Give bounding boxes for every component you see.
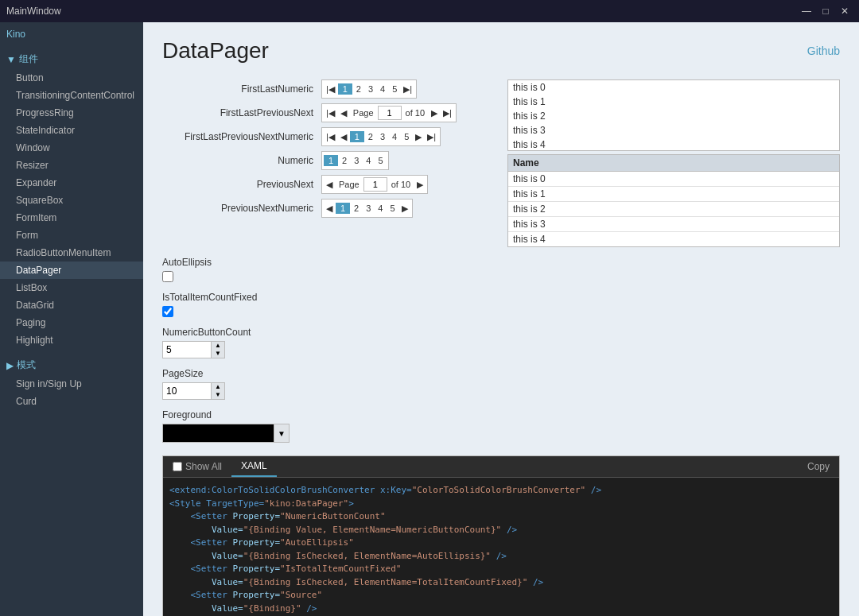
show-all-checkbox[interactable] (173, 462, 182, 471)
page-size-row: ▲ ▼ (162, 382, 840, 400)
close-button[interactable]: ✕ (837, 5, 853, 17)
sidebar-item-expander[interactable]: Expander (0, 174, 143, 192)
code-tabs: Show All XAML Copy (163, 456, 839, 478)
pager-active-page6[interactable]: 1 (336, 203, 350, 214)
code-line: <extend:ColorToSolidColorBrushConverter … (169, 484, 833, 498)
list-box[interactable]: this is 0 this is 1 this is 2 this is 3 … (507, 79, 840, 151)
components-section-header[interactable]: ▼ 组件 (0, 49, 143, 69)
pager-last-btn2[interactable]: ▶| (441, 105, 454, 121)
sidebar-item-window[interactable]: Window (0, 139, 143, 157)
code-line: <Setter Property="IsTotalItemCountFixed" (169, 563, 833, 576)
data-grid-row[interactable]: this is 0 (508, 172, 839, 187)
is-total-label: IsTotalItemCountFixed (162, 292, 840, 303)
pager-last-btn3[interactable]: ▶| (425, 129, 438, 145)
sidebar-item-form[interactable]: Form (0, 227, 143, 244)
page-size-input-group: ▲ ▼ (162, 382, 225, 400)
pager-num4-4[interactable]: 4 (363, 155, 374, 166)
copy-button[interactable]: Copy (798, 458, 839, 475)
pager-num3-3[interactable]: 3 (377, 131, 388, 142)
pager-num3-5[interactable]: 5 (401, 131, 412, 142)
sidebar-item-datapager[interactable]: DataPager (0, 262, 143, 279)
pager-first-btn2[interactable]: |◀ (324, 105, 337, 121)
pager-page-input5[interactable] (363, 177, 387, 192)
page-size-input[interactable] (163, 383, 211, 399)
sidebar-item-stateindicator[interactable]: StateIndicator (0, 122, 143, 139)
pager-num4-5[interactable]: 5 (375, 155, 386, 166)
pager-prev-btn3[interactable]: ◀ (338, 129, 349, 145)
page-size-decrement[interactable]: ▼ (212, 391, 224, 399)
pager-active-page4[interactable]: 1 (324, 155, 338, 166)
sidebar-item-squarebox[interactable]: SquareBox (0, 192, 143, 209)
kino-section-header[interactable]: Kino (0, 25, 143, 43)
xaml-tab[interactable]: XAML (231, 456, 277, 477)
data-grid-row[interactable]: this is 4 (508, 232, 839, 246)
code-line: <Setter Property="NumericButtonCount" (169, 510, 833, 524)
modes-section-header[interactable]: ▶ 模式 (0, 355, 143, 375)
pager-num3-2[interactable]: 2 (365, 131, 376, 142)
pager-control-numeric: 1 2 3 4 5 (321, 151, 389, 170)
numeric-button-count-input[interactable] (163, 342, 211, 358)
pager-num4-3[interactable]: 3 (351, 155, 362, 166)
sidebar-item-resizer[interactable]: Resizer (0, 157, 143, 174)
pager-first-btn[interactable]: |◀ (324, 81, 337, 97)
pager-num6-4[interactable]: 4 (375, 203, 386, 214)
is-total-checkbox[interactable] (162, 306, 173, 317)
sidebar-item-button[interactable]: Button (0, 69, 143, 87)
pager-next-btn6[interactable]: ▶ (399, 200, 410, 216)
modes-label: 模式 (17, 358, 36, 372)
show-all-tab[interactable]: Show All (163, 457, 231, 476)
sidebar-item-highlight[interactable]: Highlight (0, 331, 143, 349)
auto-ellipsis-checkbox[interactable] (162, 271, 173, 282)
color-dropdown-button[interactable]: ▼ (274, 424, 290, 443)
pager-next-btn2[interactable]: ▶ (429, 105, 440, 121)
pager-num3-4[interactable]: 4 (389, 131, 400, 142)
color-swatch[interactable] (162, 424, 274, 443)
pager-active-page3[interactable]: 1 (350, 131, 364, 142)
pager-num6-2[interactable]: 2 (351, 203, 362, 214)
code-body[interactable]: <extend:ColorToSolidColorBrushConverter … (163, 478, 839, 616)
data-grid-row[interactable]: this is 2 (508, 202, 839, 217)
pager-num4-2[interactable]: 2 (339, 155, 350, 166)
pager-prev-btn6[interactable]: ◀ (324, 200, 335, 216)
data-grid-row[interactable]: this is 3 (508, 217, 839, 232)
numeric-button-count-increment[interactable]: ▲ (212, 342, 224, 350)
sidebar-item-curd[interactable]: Curd (0, 393, 143, 410)
pager-num-5[interactable]: 5 (389, 83, 400, 95)
minimize-button[interactable]: — (799, 5, 814, 17)
title-bar-title: MainWindow (6, 6, 799, 17)
numeric-button-count-row: ▲ ▼ (162, 341, 840, 358)
pager-prev-btn5[interactable]: ◀ (324, 176, 335, 192)
pager-num-2[interactable]: 2 (353, 83, 364, 95)
pager-num6-5[interactable]: 5 (387, 203, 398, 214)
pager-num-4[interactable]: 4 (377, 83, 388, 95)
pager-active-page[interactable]: 1 (338, 83, 352, 95)
sidebar-item-formitem[interactable]: FormItem (0, 209, 143, 227)
pager-next-btn3[interactable]: ▶ (413, 129, 424, 145)
sidebar-item-progressring[interactable]: ProgressRing (0, 104, 143, 122)
maximize-button[interactable]: □ (818, 5, 834, 17)
code-line: Value="{Binding}" /> (169, 602, 833, 616)
pager-page-input[interactable] (378, 106, 402, 120)
sidebar-item-signin[interactable]: Sign in/Sign Up (0, 375, 143, 393)
page-size-increment[interactable]: ▲ (212, 383, 224, 391)
pager-next-btn5[interactable]: ▶ (414, 176, 426, 192)
pager-row-firstlastpreviousnext: FirstLastPreviousNext |◀ ◀ Page of 10 ▶ … (162, 103, 495, 122)
page-size-label: PageSize (162, 368, 840, 379)
data-grid-row[interactable]: this is 1 (508, 187, 839, 202)
sidebar-item-listbox[interactable]: ListBox (0, 279, 143, 296)
numeric-button-count-decrement[interactable]: ▼ (212, 350, 224, 358)
sidebar-item-paging[interactable]: Paging (0, 314, 143, 331)
github-link[interactable]: Github (807, 45, 840, 57)
pager-num-3[interactable]: 3 (365, 83, 376, 95)
auto-ellipsis-row (162, 271, 840, 282)
pager-last-btn[interactable]: ▶| (401, 81, 414, 97)
sidebar-item-radiobuttonmenuitem[interactable]: RadioButtonMenuItem (0, 244, 143, 262)
pager-first-btn3[interactable]: |◀ (324, 129, 337, 145)
sidebar-item-transitioning[interactable]: TransitioningContentControl (0, 87, 143, 104)
pager-prev-btn2[interactable]: ◀ (338, 105, 349, 121)
chevron-down-icon: ▼ (6, 54, 16, 65)
sidebar-item-datagrid[interactable]: DataGrid (0, 296, 143, 314)
pager-control-previousnextnumeric: ◀ 1 2 3 4 5 ▶ (321, 199, 413, 218)
pager-num6-3[interactable]: 3 (363, 203, 374, 214)
modes-section: ▶ 模式 Sign in/Sign Up Curd (0, 352, 143, 413)
